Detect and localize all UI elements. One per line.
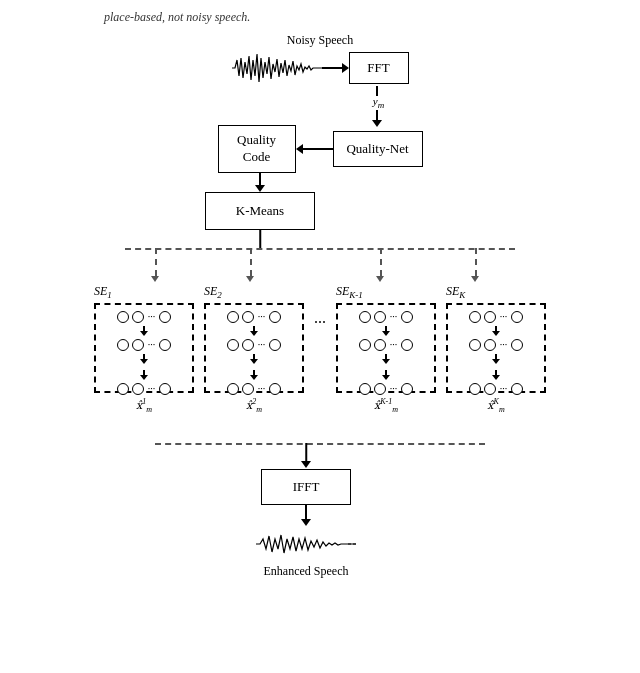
caption-text: place-based, not noisy speech. — [94, 10, 250, 25]
distribute-section — [105, 230, 535, 284]
enhanced-speech-label: Enhanced Speech — [264, 564, 349, 579]
quality-net-box: Quality-Net — [333, 131, 423, 167]
arrow-ifft-to-waveform — [301, 505, 311, 526]
ellipsis: ··· — [314, 284, 326, 332]
noisy-speech-row: FFT — [232, 50, 409, 86]
quality-code-box: Quality Code — [218, 125, 296, 173]
fft-box: FFT — [349, 52, 409, 84]
collect-section — [105, 443, 535, 469]
enhanced-speech-waveform — [256, 526, 356, 562]
ifft-box: IFFT — [261, 469, 351, 505]
arrow-qualitynet-to-qualitycode — [296, 144, 333, 154]
se2-box: ··· ··· ··· — [204, 303, 304, 393]
noisy-speech-label: Noisy Speech — [287, 33, 353, 48]
se1-group: SE1 ··· ··· — [94, 284, 194, 413]
arrow-qc-to-kmeans — [255, 173, 265, 192]
noisy-speech-waveform — [232, 50, 322, 86]
se2-group: SE2 ··· ··· — [204, 284, 304, 413]
sek-group: SEK ··· ··· — [446, 284, 546, 413]
sek-box: ··· ··· ··· — [446, 303, 546, 393]
fft-to-qualitynet-arrow: ym — [370, 86, 384, 127]
sek1-group: SEK-1 ··· ··· — [336, 284, 436, 413]
se1-box: ··· ··· — [94, 303, 194, 393]
diagram-container: place-based, not noisy speech. Noisy Spe… — [94, 10, 546, 579]
kmeans-box: K-Means — [205, 192, 315, 230]
quality-row: Quality Code Quality-Net — [218, 125, 423, 173]
se-boxes-row: SE1 ··· ··· — [94, 284, 546, 413]
arrow-to-fft — [322, 63, 349, 73]
sek1-box: ··· ··· ··· — [336, 303, 436, 393]
